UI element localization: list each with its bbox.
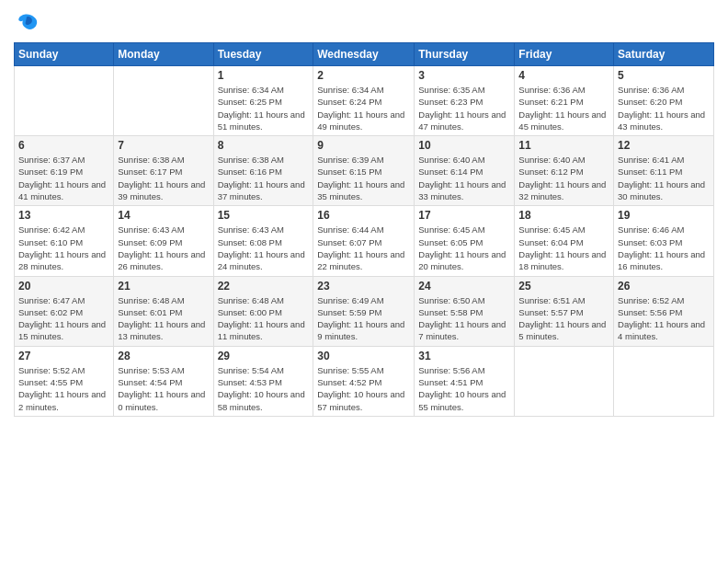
day-info: Sunrise: 5:53 AMSunset: 4:54 PMDaylight:…: [118, 364, 209, 413]
day-number: 26: [618, 280, 710, 293]
week-row-1: 1Sunrise: 6:34 AMSunset: 6:25 PMDaylight…: [15, 66, 714, 136]
day-cell: 25Sunrise: 6:51 AMSunset: 5:57 PMDayligh…: [515, 276, 614, 346]
day-number: 3: [418, 69, 510, 82]
day-number: 23: [317, 280, 410, 293]
day-cell: [114, 66, 213, 136]
day-info: Sunrise: 6:45 AMSunset: 6:05 PMDaylight:…: [418, 224, 510, 272]
day-number: 29: [218, 350, 310, 362]
day-number: 9: [317, 139, 410, 152]
day-cell: 21Sunrise: 6:48 AMSunset: 6:01 PMDayligh…: [114, 276, 213, 346]
day-info: Sunrise: 6:40 AMSunset: 6:12 PMDaylight:…: [518, 154, 609, 202]
day-cell: [15, 66, 114, 136]
day-info: Sunrise: 6:50 AMSunset: 5:58 PMDaylight:…: [418, 294, 510, 343]
day-cell: 20Sunrise: 6:47 AMSunset: 6:02 PMDayligh…: [15, 276, 114, 346]
day-cell: 16Sunrise: 6:44 AMSunset: 6:07 PMDayligh…: [313, 206, 415, 276]
day-cell: 17Sunrise: 6:45 AMSunset: 6:05 PMDayligh…: [415, 206, 515, 276]
day-cell: 2Sunrise: 6:34 AMSunset: 6:24 PMDaylight…: [313, 66, 415, 136]
day-cell: 4Sunrise: 6:36 AMSunset: 6:21 PMDaylight…: [515, 66, 614, 136]
day-cell: 11Sunrise: 6:40 AMSunset: 6:12 PMDayligh…: [515, 136, 614, 206]
logo-icon: [14, 9, 40, 35]
day-number: 18: [518, 209, 609, 222]
day-info: Sunrise: 6:45 AMSunset: 6:04 PMDaylight:…: [518, 224, 609, 272]
header-day-monday: Monday: [114, 43, 213, 66]
day-cell: 15Sunrise: 6:43 AMSunset: 6:08 PMDayligh…: [213, 206, 313, 276]
day-info: Sunrise: 5:56 AMSunset: 4:51 PMDaylight:…: [418, 364, 510, 413]
day-number: 7: [118, 139, 209, 152]
day-info: Sunrise: 6:41 AMSunset: 6:11 PMDaylight:…: [618, 154, 710, 202]
day-number: 16: [317, 209, 410, 222]
day-cell: 28Sunrise: 5:53 AMSunset: 4:54 PMDayligh…: [114, 346, 213, 416]
day-cell: 18Sunrise: 6:45 AMSunset: 6:04 PMDayligh…: [515, 206, 614, 276]
day-info: Sunrise: 6:36 AMSunset: 6:20 PMDaylight:…: [618, 84, 710, 132]
day-number: 5: [618, 69, 710, 82]
calendar-table: SundayMondayTuesdayWednesdayThursdayFrid…: [14, 42, 714, 417]
day-info: Sunrise: 6:48 AMSunset: 6:01 PMDaylight:…: [118, 294, 209, 343]
day-cell: 9Sunrise: 6:39 AMSunset: 6:15 PMDaylight…: [313, 136, 415, 206]
day-number: 24: [418, 280, 510, 293]
day-number: 25: [518, 280, 609, 293]
day-number: 28: [118, 350, 209, 362]
day-cell: [515, 346, 614, 416]
day-info: Sunrise: 5:52 AMSunset: 4:55 PMDaylight:…: [18, 364, 109, 413]
day-info: Sunrise: 6:34 AMSunset: 6:24 PMDaylight:…: [317, 84, 410, 132]
day-number: 2: [317, 69, 410, 82]
day-cell: 1Sunrise: 6:34 AMSunset: 6:25 PMDaylight…: [213, 66, 313, 136]
day-cell: 12Sunrise: 6:41 AMSunset: 6:11 PMDayligh…: [614, 136, 714, 206]
header-day-saturday: Saturday: [614, 43, 714, 66]
day-info: Sunrise: 6:36 AMSunset: 6:21 PMDaylight:…: [518, 84, 609, 132]
day-info: Sunrise: 6:34 AMSunset: 6:25 PMDaylight:…: [218, 84, 310, 132]
day-info: Sunrise: 6:35 AMSunset: 6:23 PMDaylight:…: [418, 84, 510, 132]
day-number: 20: [18, 280, 109, 293]
day-info: Sunrise: 5:54 AMSunset: 4:53 PMDaylight:…: [218, 364, 310, 413]
day-number: 11: [518, 139, 609, 152]
day-number: 8: [218, 139, 310, 152]
day-cell: 6Sunrise: 6:37 AMSunset: 6:19 PMDaylight…: [15, 136, 114, 206]
day-cell: 24Sunrise: 6:50 AMSunset: 5:58 PMDayligh…: [415, 276, 515, 346]
day-number: 27: [18, 350, 109, 362]
day-info: Sunrise: 6:47 AMSunset: 6:02 PMDaylight:…: [18, 294, 109, 343]
day-cell: 5Sunrise: 6:36 AMSunset: 6:20 PMDaylight…: [614, 66, 714, 136]
week-row-3: 13Sunrise: 6:42 AMSunset: 6:10 PMDayligh…: [15, 206, 714, 276]
day-number: 31: [418, 350, 510, 362]
header-day-friday: Friday: [515, 43, 614, 66]
day-number: 13: [18, 209, 109, 222]
day-cell: 3Sunrise: 6:35 AMSunset: 6:23 PMDaylight…: [415, 66, 515, 136]
week-row-2: 6Sunrise: 6:37 AMSunset: 6:19 PMDaylight…: [15, 136, 714, 206]
day-number: 30: [317, 350, 410, 362]
day-cell: [614, 346, 714, 416]
day-info: Sunrise: 6:46 AMSunset: 6:03 PMDaylight:…: [618, 224, 710, 272]
header-day-sunday: Sunday: [15, 43, 114, 66]
day-cell: 22Sunrise: 6:48 AMSunset: 6:00 PMDayligh…: [213, 276, 313, 346]
day-cell: 30Sunrise: 5:55 AMSunset: 4:52 PMDayligh…: [313, 346, 415, 416]
day-cell: 7Sunrise: 6:38 AMSunset: 6:17 PMDaylight…: [114, 136, 213, 206]
day-number: 21: [118, 280, 209, 293]
day-info: Sunrise: 6:44 AMSunset: 6:07 PMDaylight:…: [317, 224, 410, 272]
day-cell: 13Sunrise: 6:42 AMSunset: 6:10 PMDayligh…: [15, 206, 114, 276]
calendar-body: 1Sunrise: 6:34 AMSunset: 6:25 PMDaylight…: [15, 66, 714, 417]
day-cell: 27Sunrise: 5:52 AMSunset: 4:55 PMDayligh…: [15, 346, 114, 416]
day-number: 17: [418, 209, 510, 222]
logo: [14, 9, 43, 35]
day-number: 19: [618, 209, 710, 222]
day-info: Sunrise: 6:49 AMSunset: 5:59 PMDaylight:…: [317, 294, 410, 343]
day-cell: 10Sunrise: 6:40 AMSunset: 6:14 PMDayligh…: [415, 136, 515, 206]
header-row: SundayMondayTuesdayWednesdayThursdayFrid…: [15, 43, 714, 66]
header: [14, 9, 714, 35]
day-info: Sunrise: 6:37 AMSunset: 6:19 PMDaylight:…: [18, 154, 109, 202]
week-row-5: 27Sunrise: 5:52 AMSunset: 4:55 PMDayligh…: [15, 346, 714, 416]
day-info: Sunrise: 6:52 AMSunset: 5:56 PMDaylight:…: [618, 294, 710, 343]
day-info: Sunrise: 6:51 AMSunset: 5:57 PMDaylight:…: [518, 294, 609, 343]
day-number: 12: [618, 139, 710, 152]
day-cell: 29Sunrise: 5:54 AMSunset: 4:53 PMDayligh…: [213, 346, 313, 416]
week-row-4: 20Sunrise: 6:47 AMSunset: 6:02 PMDayligh…: [15, 276, 714, 346]
day-cell: 23Sunrise: 6:49 AMSunset: 5:59 PMDayligh…: [313, 276, 415, 346]
day-cell: 14Sunrise: 6:43 AMSunset: 6:09 PMDayligh…: [114, 206, 213, 276]
day-cell: 26Sunrise: 6:52 AMSunset: 5:56 PMDayligh…: [614, 276, 714, 346]
day-number: 1: [218, 69, 310, 82]
calendar-container: SundayMondayTuesdayWednesdayThursdayFrid…: [0, 0, 728, 426]
day-number: 14: [118, 209, 209, 222]
day-number: 15: [218, 209, 310, 222]
day-number: 22: [218, 280, 310, 293]
day-cell: 31Sunrise: 5:56 AMSunset: 4:51 PMDayligh…: [415, 346, 515, 416]
day-info: Sunrise: 6:42 AMSunset: 6:10 PMDaylight:…: [18, 224, 109, 272]
